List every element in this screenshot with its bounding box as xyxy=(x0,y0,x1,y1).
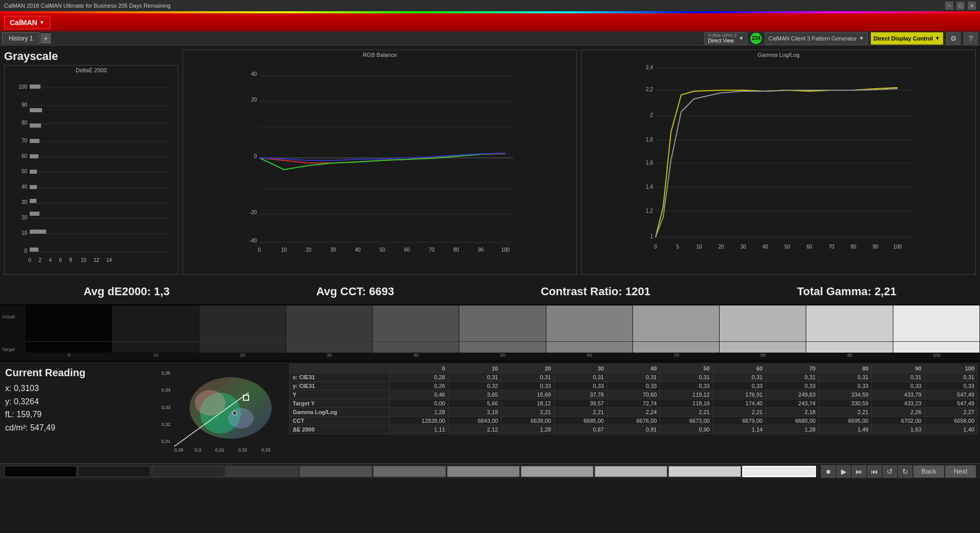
svg-text:0: 0 xyxy=(254,153,257,159)
next-button[interactable]: Next xyxy=(945,465,976,478)
device1-selector[interactable]: X-Rite i1Pro 2 Direct View ▼ xyxy=(704,32,747,45)
logo-text: CalMAN xyxy=(10,18,37,27)
bottom-swatch-0[interactable] xyxy=(4,466,77,477)
svg-text:1: 1 xyxy=(650,234,653,239)
settings-button[interactable]: ⚙ xyxy=(946,32,961,45)
tabs-container: History 1 + xyxy=(2,32,51,45)
target-swatch-9 xyxy=(806,341,893,353)
play-button[interactable]: ▶ xyxy=(836,465,851,478)
svg-text:40: 40 xyxy=(251,71,257,77)
swatch-label-2: 20 xyxy=(199,353,286,361)
refresh-button[interactable]: ↻ xyxy=(898,465,912,478)
svg-text:70: 70 xyxy=(828,244,834,250)
swatch-label-6: 60 xyxy=(546,353,633,361)
loop-button[interactable]: ↺ xyxy=(883,465,897,478)
title-text: CalMAN 2018 CalMAN Ultimate for Business… xyxy=(4,3,171,9)
top-right-controls: X-Rite i1Pro 2 Direct View ▼ 234 CalMAN … xyxy=(704,32,978,45)
reading-x: x: 0,3103 xyxy=(5,382,149,395)
back-button[interactable]: Back xyxy=(913,465,944,478)
stop-button[interactable]: ■ xyxy=(821,465,835,478)
svg-text:1,8: 1,8 xyxy=(646,137,653,142)
calman-logo[interactable]: CalMAN ▼ xyxy=(4,16,50,29)
svg-text:12: 12 xyxy=(93,257,99,263)
actual-swatch-4 xyxy=(373,305,459,341)
bottom-swatch-7[interactable] xyxy=(521,466,594,477)
bottom-swatch-3[interactable] xyxy=(226,466,298,477)
svg-text:60: 60 xyxy=(22,153,28,159)
help-button[interactable]: ? xyxy=(964,32,978,45)
skip-button[interactable]: ⏭ xyxy=(852,465,866,478)
svg-rect-38 xyxy=(30,124,41,128)
svg-text:10: 10 xyxy=(281,247,287,253)
bottom-swatch-1[interactable] xyxy=(78,466,151,477)
nav-controls: ■ ▶ ⏭ ⏮ ↺ ↻ Back Next xyxy=(821,465,976,478)
svg-text:2: 2 xyxy=(38,257,42,263)
svg-text:60: 60 xyxy=(404,247,410,253)
actual-swatch-10 xyxy=(893,305,980,341)
svg-text:0,3: 0,3 xyxy=(195,447,201,453)
svg-text:5: 5 xyxy=(676,244,679,250)
target-swatch-8 xyxy=(720,341,806,353)
maximize-button[interactable]: □ xyxy=(956,2,965,10)
bottom-swatch-5[interactable] xyxy=(373,466,446,477)
close-button[interactable]: ✕ xyxy=(968,2,976,10)
gamma-svg: 2,4 2,2 2 1,8 1,6 1,4 1,2 1 0 5 10 20 30 xyxy=(582,58,975,258)
target-swatch-0 xyxy=(26,341,112,353)
svg-text:50: 50 xyxy=(784,244,790,250)
deltae-chart-title: DeltaE 2000 xyxy=(5,66,178,73)
menu-bar: CalMAN ▼ xyxy=(0,13,980,31)
bottom-swatch-10[interactable] xyxy=(742,466,816,477)
svg-text:1,2: 1,2 xyxy=(646,208,653,214)
svg-rect-39 xyxy=(30,108,42,112)
add-tab-button[interactable]: + xyxy=(40,33,51,44)
bottom-swatch-8[interactable] xyxy=(595,466,667,477)
svg-text:0: 0 xyxy=(24,248,27,254)
device2-selector[interactable]: CalMAN Client 3 Pattern Generator ▼ xyxy=(765,32,867,45)
data-table-panel: 0102030405060708090100 x: CIE310,280,310… xyxy=(287,362,980,463)
svg-text:60: 60 xyxy=(806,244,812,250)
bottom-swatch-bar xyxy=(4,466,816,477)
svg-text:0,33: 0,33 xyxy=(261,447,271,453)
tab-bar: History 1 + X-Rite i1Pro 2 Direct View ▼… xyxy=(0,31,980,46)
swatch-label-8: 80 xyxy=(720,353,806,361)
bottom-swatch-2[interactable] xyxy=(152,466,224,477)
svg-point-108 xyxy=(233,411,237,415)
rewind-button[interactable]: ⏮ xyxy=(867,465,882,478)
bottom-swatch-9[interactable] xyxy=(668,466,741,477)
rgb-balance-svg: 40 20 0 -20 -40 0 10 20 30 40 50 60 70 8… xyxy=(183,58,577,258)
actual-swatch-5 xyxy=(459,305,546,341)
svg-text:90: 90 xyxy=(872,244,879,250)
contrast-ratio-stat: Contrast Ratio: 1201 xyxy=(541,285,650,298)
target-swatches xyxy=(26,341,980,353)
table-header-row: 0102030405060708090100 xyxy=(290,364,978,373)
target-swatch-2 xyxy=(199,341,286,353)
svg-text:2,2: 2,2 xyxy=(646,87,653,92)
device3-selector[interactable]: Direct Display Control ▼ xyxy=(871,32,943,45)
actual-swatch-9 xyxy=(806,305,893,341)
table-row: y: CIE310,260,320,330,330,330,330,330,33… xyxy=(290,382,978,391)
target-swatch-10 xyxy=(893,341,980,353)
svg-text:70: 70 xyxy=(428,247,435,253)
bottom-swatch-6[interactable] xyxy=(447,466,520,477)
svg-text:80: 80 xyxy=(22,120,28,126)
swatch-label-0: 0 xyxy=(26,353,112,361)
target-swatch-7 xyxy=(633,341,720,353)
table-row: Y0,463,6515,6937,7870,60119,12176,91249,… xyxy=(290,391,978,399)
svg-text:8: 8 xyxy=(69,257,72,263)
tab-history1[interactable]: History 1 xyxy=(2,32,39,45)
svg-rect-35 xyxy=(30,170,37,174)
table-body: x: CIE310,280,310,310,310,310,310,310,31… xyxy=(290,373,978,434)
svg-text:2: 2 xyxy=(650,112,653,118)
total-gamma-stat: Total Gamma: 2,21 xyxy=(797,285,896,298)
rgb-balance-title: RGB Balance xyxy=(183,50,577,58)
target-swatch-3 xyxy=(286,341,373,353)
svg-text:70: 70 xyxy=(22,138,28,144)
svg-text:0,34: 0,34 xyxy=(161,387,171,393)
bottom-swatch-4[interactable] xyxy=(299,466,372,477)
swatch-labels: Actual Target xyxy=(0,305,26,361)
svg-rect-34 xyxy=(30,185,37,189)
current-reading-panel: Current Reading x: 0,3103 y: 0,3264 fL: … xyxy=(0,362,154,463)
minimize-button[interactable]: − xyxy=(945,2,953,10)
connection-indicator: 234 xyxy=(750,33,762,44)
svg-text:50: 50 xyxy=(379,247,385,253)
